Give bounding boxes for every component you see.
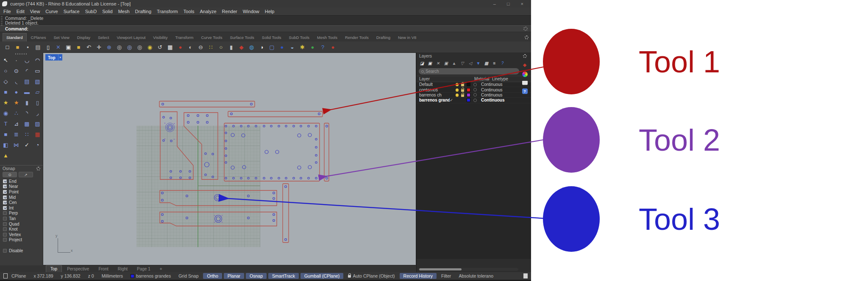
- display-panel-tab-icon[interactable]: [522, 72, 528, 77]
- checkbox[interactable]: [3, 233, 7, 237]
- osnap-checkbox-row[interactable]: Project: [0, 237, 43, 243]
- maximize-button[interactable]: □: [507, 1, 510, 6]
- viewport-top[interactable]: Top: [43, 52, 416, 265]
- new-layer-icon[interactable]: ◪: [419, 61, 425, 66]
- layer-visibility-bulb-icon[interactable]: [456, 88, 459, 91]
- color-wheel-icon[interactable]: ◍: [247, 42, 256, 52]
- properties-icon[interactable]: ▯: [43, 42, 53, 52]
- toolbar-tab[interactable]: Visibility: [150, 33, 171, 41]
- zoom-extents-icon[interactable]: ◎: [135, 42, 145, 52]
- layer-material-icon[interactable]: [473, 93, 477, 96]
- checkbox[interactable]: [3, 201, 7, 204]
- point-icon[interactable]: ∙: [11, 55, 22, 66]
- filter-icon[interactable]: ▼: [475, 61, 481, 66]
- column-layer[interactable]: Layer: [419, 77, 456, 81]
- close-button[interactable]: ×: [521, 1, 523, 6]
- blast-icon[interactable]: ★: [11, 97, 22, 108]
- zoom-selected-icon[interactable]: ◉: [145, 42, 155, 52]
- toolbar-tab[interactable]: Drafting: [373, 33, 394, 41]
- status-item[interactable]: Filter: [437, 273, 455, 279]
- osnap-tab-snaps-icon[interactable]: ⊙: [3, 172, 17, 177]
- menu-item[interactable]: Drafting: [135, 9, 152, 14]
- status-item[interactable]: Absolute tolerano: [455, 273, 497, 279]
- status-item[interactable]: CPlane: [8, 273, 30, 279]
- layer-lock-icon[interactable]: [461, 84, 464, 86]
- viewport-tab[interactable]: Front: [94, 265, 112, 272]
- status-item[interactable]: Millimeters: [98, 273, 127, 279]
- shaded-display-icon[interactable]: ●: [175, 42, 185, 52]
- toolbar-tab[interactable]: SubD Tools: [286, 33, 313, 41]
- status-item[interactable]: z 0: [84, 273, 98, 279]
- menu-item[interactable]: Curve: [45, 9, 58, 14]
- menu-item[interactable]: Render: [222, 9, 237, 14]
- osnap-gear-icon[interactable]: [36, 167, 40, 171]
- zoom-icon[interactable]: ◎: [114, 42, 124, 52]
- status-item[interactable]: Auto CPlane (Object): [344, 273, 398, 279]
- layers-help-icon[interactable]: ?: [499, 61, 506, 66]
- fillet-icon[interactable]: ◝: [22, 108, 32, 118]
- osnap-checkbox-row[interactable]: Vertex: [0, 232, 43, 237]
- osnap-disable-row[interactable]: Disable: [0, 248, 43, 253]
- trim-icon[interactable]: ▮: [22, 97, 32, 108]
- undo-view-icon[interactable]: ↺: [155, 42, 165, 52]
- explode-icon[interactable]: ★: [0, 97, 11, 108]
- checkbox[interactable]: [3, 217, 7, 220]
- menu-item[interactable]: Mesh: [118, 9, 130, 14]
- circle-icon[interactable]: ○: [0, 66, 11, 76]
- open-file-icon[interactable]: ■: [13, 42, 22, 52]
- layer-lock-icon[interactable]: [461, 94, 464, 97]
- toolbar-tab[interactable]: Render Tools: [342, 33, 372, 41]
- status-item[interactable]: Gumball (CPlane): [300, 273, 343, 279]
- toolbar-tab[interactable]: Display: [74, 33, 94, 41]
- checkbox[interactable]: [3, 206, 7, 210]
- osnap-checkbox-row[interactable]: Point: [0, 189, 43, 195]
- cylinder-icon[interactable]: ▬: [22, 87, 32, 97]
- menu-item[interactable]: View: [30, 9, 40, 14]
- arc-icon[interactable]: ◜: [22, 66, 32, 76]
- help-icon[interactable]: ?: [318, 42, 328, 52]
- save-icon[interactable]: ▪: [23, 42, 33, 52]
- column-material[interactable]: Material: [474, 77, 492, 81]
- viewport-tab[interactable]: Page 1: [133, 265, 155, 272]
- status-pane-icon[interactable]: [3, 273, 8, 278]
- checkbox[interactable]: [3, 238, 7, 242]
- panel-gear-icon[interactable]: [523, 54, 527, 58]
- cone-icon[interactable]: ▲: [0, 150, 11, 161]
- checkbox[interactable]: [3, 179, 7, 183]
- status-item[interactable]: x 372.189: [30, 273, 57, 279]
- viewport-title[interactable]: Top: [45, 54, 58, 61]
- new-sublayer-icon[interactable]: ▣: [427, 61, 433, 66]
- split-icon[interactable]: ▯: [32, 97, 43, 108]
- command-input[interactable]: Command:: [0, 25, 531, 32]
- hide-object-icon[interactable]: ⊖: [196, 42, 206, 52]
- osnap-checkbox-row[interactable]: Near: [0, 184, 43, 190]
- viewport-menu-caret-icon[interactable]: [58, 54, 63, 61]
- red-array-icon[interactable]: ▦: [32, 129, 43, 140]
- menu-item[interactable]: Window: [243, 9, 259, 14]
- new-file-icon[interactable]: □: [3, 42, 12, 52]
- light-icon[interactable]: ◑: [257, 42, 267, 52]
- osnap-checkbox-row[interactable]: Int: [0, 205, 43, 211]
- properties-panel-tab-icon[interactable]: [522, 81, 528, 85]
- rectangle-icon[interactable]: ▭: [32, 66, 43, 76]
- clamp-icon[interactable]: ⋈: [11, 140, 22, 150]
- curve-from-object-icon[interactable]: ◟: [11, 76, 22, 87]
- move-down-icon[interactable]: ▽: [459, 61, 465, 66]
- toolbar-gear-icon[interactable]: [525, 36, 529, 39]
- dimension-icon[interactable]: ⊿: [11, 118, 22, 129]
- menu-item[interactable]: Solid: [102, 9, 112, 14]
- material-icon[interactable]: ◒: [287, 42, 297, 52]
- menu-item[interactable]: Edit: [17, 9, 25, 14]
- layer-color-swatch[interactable]: [467, 88, 470, 92]
- join-icon[interactable]: ◉: [0, 108, 11, 118]
- help-panel-tab-icon[interactable]: ?: [522, 88, 528, 94]
- checkbox[interactable]: [3, 211, 7, 215]
- osnap-checkbox-row[interactable]: Tan: [0, 216, 43, 221]
- pie-icon[interactable]: ◔: [32, 140, 43, 150]
- osnap-checkbox-row[interactable]: Perp: [0, 211, 43, 216]
- layer-visibility-bulb-icon[interactable]: [456, 94, 459, 96]
- group-icon[interactable]: ∴: [11, 108, 22, 118]
- duplicate-layer-icon[interactable]: ▣: [443, 61, 449, 66]
- status-item[interactable]: barrenos grandes: [127, 273, 175, 279]
- status-item[interactable]: Grid Snap: [175, 273, 202, 279]
